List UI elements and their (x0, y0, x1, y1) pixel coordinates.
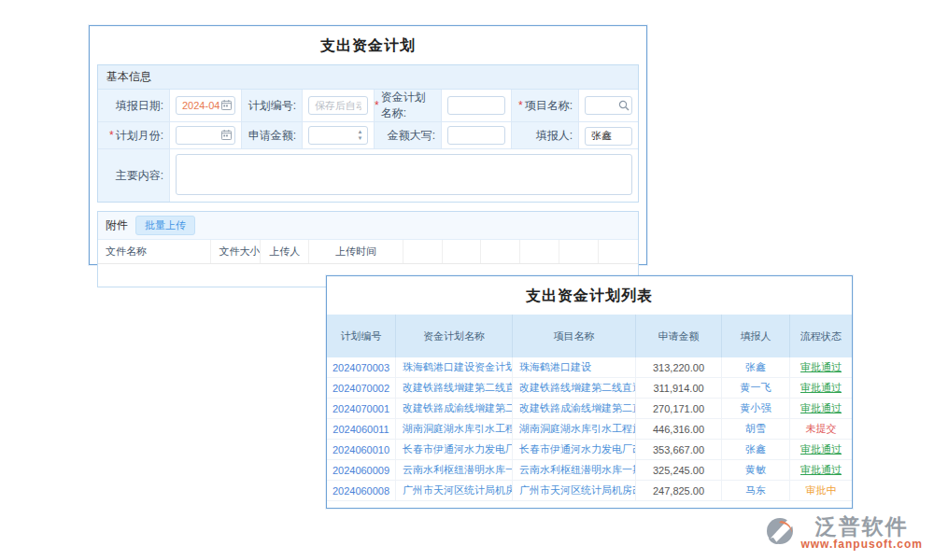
status-badge[interactable]: 审批通过 (790, 378, 852, 398)
main-content-textarea[interactable] (176, 154, 632, 195)
apply-amount-value: 270,171.00 (636, 399, 722, 418)
project-name-link[interactable]: 云南水利枢纽潜明水库一期工程施... (513, 460, 636, 480)
search-icon[interactable] (617, 99, 630, 111)
attachments-label: 附件 (106, 217, 128, 233)
filler-link[interactable]: 张鑫 (722, 357, 790, 377)
table-row: 2024070001 改建铁路成渝线增建第二直通线（... 改建铁路成渝线增建第… (327, 399, 852, 419)
apply-amount-cell: ▲▼ (303, 122, 374, 148)
stepper-up-icon[interactable]: ▲ (358, 129, 363, 135)
filler-link[interactable]: 马东 (722, 481, 790, 500)
calendar-icon[interactable] (220, 99, 233, 111)
required-mark: * (518, 99, 523, 112)
filler-link[interactable]: 黄敏 (722, 460, 790, 480)
empty-column (443, 240, 482, 263)
filler-label: 填报人: (512, 122, 578, 148)
page: 支出资金计划 基本信息 填报日期: 计划编号: (0, 0, 934, 560)
plan-no-link[interactable]: 2024060011 (327, 419, 396, 439)
apply-amount-value: 311,914.00 (636, 378, 722, 398)
table-row: 2024070002 改建铁路线增建第二线直通线（成... 改建铁路线增建第二线… (327, 378, 852, 399)
fund-name-link[interactable]: 改建铁路成渝线增建第二直通线（... (396, 399, 513, 418)
fanpu-logo-icon (765, 516, 795, 550)
project-name-link[interactable]: 珠海鹤港口建设 (513, 357, 636, 377)
brand-website: www.fanpusoft.com (800, 538, 923, 551)
main-content-cell (170, 149, 638, 202)
project-name-link[interactable]: 长春市伊通河水力发电厂改建工程 (513, 440, 636, 459)
project-name-link[interactable]: 改建铁路成渝线增建第二直通线（... (513, 399, 636, 418)
stepper-down-icon[interactable]: ▼ (358, 135, 363, 142)
col-filler: 填报人 (722, 315, 790, 357)
basic-info-box: 基本信息 填报日期: 计划编号: (97, 64, 639, 203)
fund-name-link[interactable]: 改建铁路线增建第二线直通线（成... (396, 378, 513, 398)
plan-no-link[interactable]: 2024070001 (327, 399, 396, 418)
apply-amount-value: 446,316.00 (636, 419, 722, 439)
amount-caps-input[interactable] (447, 126, 505, 145)
project-name-cell (579, 90, 638, 121)
attachments-header: 附件 批量上传 (98, 212, 638, 240)
plan-no-link[interactable]: 2024060010 (327, 440, 396, 459)
filler-link[interactable]: 黄一飞 (722, 378, 790, 398)
fund-name-link[interactable]: 云南水利枢纽潜明水库一期工程施... (396, 460, 513, 480)
fund-name-input[interactable] (447, 96, 505, 115)
status-badge[interactable]: 审批通过 (790, 440, 852, 459)
calendar-icon[interactable] (220, 129, 233, 141)
status-badge[interactable]: 审批中 (790, 481, 852, 500)
project-name-link[interactable]: 广州市天河区统计局机房改造项目 (513, 481, 636, 500)
plan-no-link[interactable]: 2024060009 (327, 460, 396, 480)
required-mark: * (375, 99, 379, 112)
filler-link[interactable]: 黄小强 (722, 399, 790, 418)
fund-name-link[interactable]: 长春市伊通河水力发电厂改建工程... (396, 440, 513, 459)
filler-input[interactable] (585, 127, 632, 146)
amount-stepper[interactable]: ▲▼ (354, 127, 366, 144)
apply-amount-label: 申请金额: (242, 122, 302, 148)
fund-name-link[interactable]: 珠海鹤港口建设资金计划 (396, 357, 513, 377)
plan-list-table: 计划编号 资金计划名称 项目名称 申请金额 填报人 流程状态 202407000… (327, 315, 852, 501)
plan-no-input[interactable] (308, 96, 368, 115)
filler-cell (579, 122, 638, 148)
status-badge[interactable]: 审批通过 (790, 460, 852, 480)
plan-no-cell (303, 90, 374, 121)
main-content-label: 主要内容: (98, 149, 169, 202)
plan-no-link[interactable]: 2024070002 (327, 378, 396, 398)
status-badge[interactable]: 审批通过 (790, 357, 852, 377)
amount-caps-label: 金额大写: (375, 122, 441, 148)
project-name-label: *项目名称: (512, 90, 578, 121)
apply-amount-value: 313,220.00 (636, 357, 722, 377)
col-plan-no: 计划编号 (327, 315, 396, 357)
plan-no-link[interactable]: 2024070003 (327, 357, 396, 377)
expenditure-plan-form-panel: 支出资金计划 基本信息 填报日期: 计划编号: (89, 25, 647, 265)
empty-column (520, 240, 559, 263)
col-project-name: 项目名称 (513, 315, 636, 357)
empty-column (599, 240, 638, 263)
col-fund-name: 资金计划名称 (396, 315, 513, 357)
fill-date-cell (170, 90, 241, 121)
file-name-column: 文件名称 (98, 240, 211, 263)
fanpu-brand: 泛普软件 www.fanpusoft.com (765, 515, 923, 551)
list-title: 支出资金计划列表 (327, 276, 852, 315)
brand-name: 泛普软件 (815, 515, 909, 538)
required-mark: * (109, 129, 114, 142)
filler-link[interactable]: 胡雪 (722, 419, 790, 439)
col-amount: 申请金额 (636, 315, 722, 357)
project-name-link[interactable]: 湖南洞庭湖水库引水工程施工I标 (513, 419, 636, 439)
plan-month-label: *计划月份: (98, 122, 169, 148)
status-badge[interactable]: 未提交 (790, 419, 852, 439)
fund-name-link[interactable]: 广州市天河区统计局机房改造项目... (396, 481, 513, 500)
basic-info-grid: 填报日期: 计划编号: *资金计划名称: (98, 90, 638, 202)
batch-upload-button[interactable]: 批量上传 (135, 216, 195, 235)
fund-name-link[interactable]: 湖南洞庭湖水库引水工程施工I标... (396, 419, 513, 439)
file-size-column: 文件大小 (211, 240, 261, 263)
table-row: 2024060008 广州市天河区统计局机房改造项目... 广州市天河区统计局机… (327, 481, 852, 501)
table-row: 2024060011 湖南洞庭湖水库引水工程施工I标... 湖南洞庭湖水库引水工… (327, 419, 852, 440)
project-name-link[interactable]: 改建铁路线增建第二线直通线（成... (513, 378, 636, 398)
status-badge[interactable]: 审批通过 (790, 399, 852, 418)
upload-time-column: 上传时间 (309, 240, 403, 263)
apply-amount-value: 353,667.00 (636, 440, 722, 459)
empty-column (481, 240, 520, 263)
plan-no-label: 计划编号: (242, 90, 302, 121)
form-title: 支出资金计划 (90, 26, 646, 64)
plan-no-link[interactable]: 2024060008 (327, 481, 396, 500)
table-row: 2024060010 长春市伊通河水力发电厂改建工程... 长春市伊通河水力发电… (327, 440, 852, 460)
plan-list-header-row: 计划编号 资金计划名称 项目名称 申请金额 填报人 流程状态 (327, 315, 852, 357)
filler-link[interactable]: 张鑫 (722, 440, 790, 459)
fund-name-label: *资金计划名称: (375, 90, 441, 121)
